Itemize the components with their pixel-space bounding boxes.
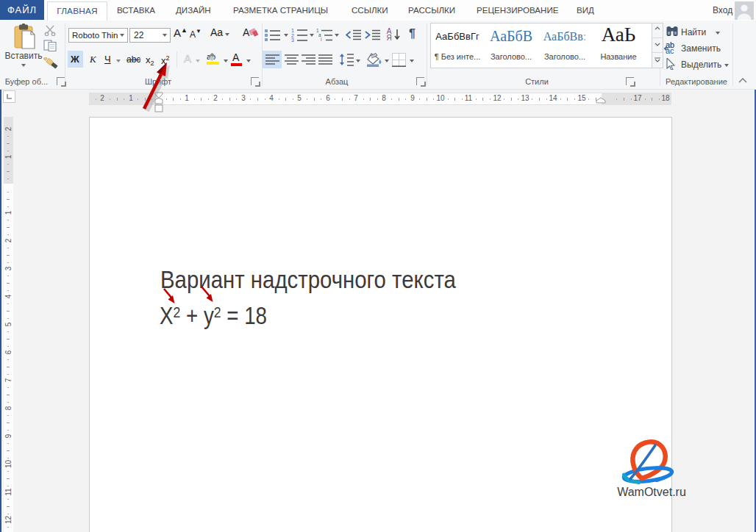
svg-text:3: 3 <box>291 37 294 42</box>
svg-text:i: i <box>321 37 321 41</box>
